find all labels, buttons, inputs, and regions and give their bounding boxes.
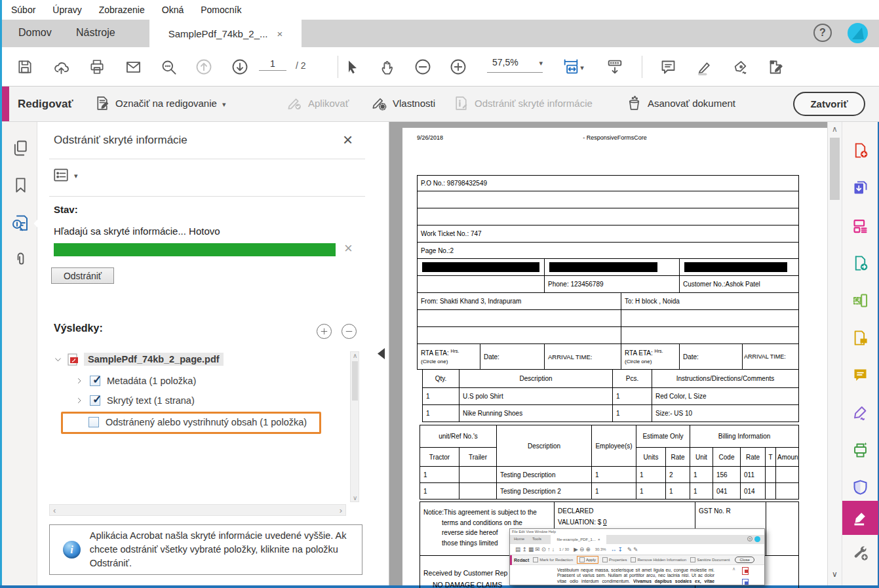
cancel-search-icon[interactable] — [344, 240, 353, 257]
protect-button[interactable] — [851, 479, 869, 496]
document-scrollbar[interactable] — [827, 122, 842, 585]
collapse-all-button[interactable] — [342, 324, 357, 339]
metadata-checkbox[interactable] — [90, 376, 100, 386]
create-pdf-button[interactable] — [851, 142, 869, 159]
hidden-text-checkbox[interactable] — [90, 395, 100, 406]
hidden-info-panel-button[interactable] — [10, 213, 30, 235]
previous-view-button[interactable] — [191, 54, 216, 79]
remove-button[interactable]: Odstrániť — [51, 267, 114, 284]
fill-and-sign-button[interactable] — [851, 404, 869, 421]
bookmarks-button[interactable] — [12, 176, 29, 197]
search-button[interactable] — [156, 54, 181, 79]
tab-tools[interactable]: Nástroje — [76, 27, 115, 39]
properties-label: Vlastnosti — [393, 98, 435, 109]
menu-subor[interactable]: Súbor — [11, 5, 35, 15]
hand-tool-button[interactable] — [374, 54, 399, 79]
redaction-bar — [549, 262, 657, 272]
save-button[interactable] — [12, 54, 37, 79]
scan-ocr-button[interactable] — [851, 441, 869, 459]
comment-bubble-icon — [851, 366, 869, 384]
view-options-dropdown[interactable] — [52, 167, 78, 184]
panel-close-icon[interactable] — [343, 130, 353, 150]
doc-arrival-cell: ARRIVAL TIME: — [545, 344, 621, 370]
tab-document[interactable]: SamplePdf_74kb_2_... — [149, 20, 302, 47]
doc-item-instr: Size:- US 10 — [652, 405, 799, 422]
scroll-right-icon[interactable] — [340, 505, 342, 515]
circle-arrow-down-icon — [231, 58, 249, 76]
attachments-button[interactable] — [12, 250, 29, 271]
comment-tool-button[interactable] — [655, 54, 680, 79]
tab-home[interactable]: Domov — [18, 27, 52, 39]
menu-upravy[interactable]: Úpravy — [52, 5, 81, 15]
doc-empty-cell — [418, 208, 799, 225]
pen-nib-icon — [732, 58, 749, 76]
remove-hidden-info-button[interactable]: Odstrániť skryté informácie — [453, 95, 593, 111]
more-tools-button[interactable] — [851, 544, 869, 562]
page-number-input[interactable]: 1 — [259, 58, 286, 71]
doc-scroll-down-icon[interactable] — [832, 570, 838, 579]
comment-icon — [659, 58, 677, 76]
email-button[interactable] — [121, 54, 146, 79]
tab-close-icon[interactable] — [277, 28, 283, 39]
page-count-label: / 2 — [296, 60, 306, 71]
zoom-level-dropdown[interactable]: 57,5% — [487, 56, 543, 73]
tree-scrollbar[interactable] — [350, 351, 359, 502]
doc-scrollbar-thumb[interactable] — [830, 138, 840, 200]
menu-zobrazenie[interactable]: Zobrazenie — [99, 5, 145, 15]
avatar[interactable] — [848, 23, 868, 43]
send-for-review-button[interactable] — [851, 254, 869, 272]
share-button[interactable] — [49, 54, 73, 79]
menu-okna[interactable]: Okná — [162, 5, 184, 15]
doc-scroll-up-icon[interactable] — [832, 125, 838, 134]
chevron-right-icon[interactable] — [75, 397, 83, 404]
zoom-in-button[interactable] — [446, 54, 471, 79]
toolbar-collapse-button[interactable] — [602, 54, 627, 79]
page-thumbnails-button[interactable] — [11, 139, 29, 160]
doc-bill-header: Tractor — [420, 448, 459, 467]
fill-sign-tool-button[interactable] — [763, 54, 788, 79]
select-tool-button[interactable] — [340, 54, 364, 79]
tree-item-metadata[interactable]: Metadáta (1 položka) — [75, 376, 196, 386]
chevron-right-icon[interactable] — [75, 377, 83, 385]
close-redact-button[interactable]: Zatvoriť — [793, 92, 865, 116]
scroll-left-icon[interactable] — [53, 505, 56, 515]
scroll-down-icon[interactable] — [353, 494, 357, 501]
mark-for-redaction-button[interactable]: Označiť na redigovanie — [94, 95, 225, 111]
horizontal-scrollbar[interactable] — [49, 504, 346, 516]
export-pdf-button[interactable] — [851, 180, 869, 197]
expand-all-button[interactable] — [317, 324, 332, 339]
mark-redaction-caret-icon — [222, 98, 226, 109]
tree-item-hidden-text[interactable]: Skrytý text (1 strana) — [75, 395, 195, 406]
doc-bill-cell: 1 — [636, 467, 666, 483]
fit-width-button[interactable] — [558, 54, 588, 79]
doc-empty-cell — [621, 310, 799, 327]
scrollbar-thumb[interactable] — [352, 361, 358, 401]
tree-file-name: SamplePdf_74kb_2_page.pdf — [84, 353, 224, 366]
print-button[interactable] — [85, 54, 109, 79]
apply-button[interactable]: Aplikovať — [286, 95, 349, 111]
next-view-button[interactable] — [227, 54, 252, 79]
highlight-tool-button[interactable] — [692, 54, 716, 79]
apply-icon — [286, 95, 303, 111]
tree-file-row[interactable]: SamplePdf_74kb_2_page.pdf — [54, 353, 224, 366]
zoom-out-button[interactable] — [410, 54, 435, 79]
deleted-content-checkbox[interactable] — [88, 417, 99, 427]
doc-bill-cell: 1 — [592, 467, 636, 483]
sign-tool-button[interactable] — [728, 54, 752, 79]
paperclip-icon — [12, 250, 29, 268]
edit-pdf-button[interactable] — [851, 217, 869, 235]
help-icon[interactable]: ? — [813, 24, 832, 42]
properties-button[interactable]: Vlastnosti — [371, 95, 435, 111]
redact-tool-active[interactable] — [842, 501, 878, 535]
scroll-up-icon[interactable] — [353, 352, 357, 359]
sanitize-document-button[interactable]: Asanovať dokument — [626, 95, 735, 111]
panel-collapse-icon[interactable] — [378, 348, 385, 359]
doc-bill-cell: Testing Description — [497, 467, 592, 483]
mini-tab-bar: Home Tools file-example_PDF_1... ? — [510, 535, 764, 544]
request-signatures-button[interactable] — [851, 329, 869, 347]
chevron-down-icon[interactable] — [54, 355, 62, 364]
organize-pages-button[interactable] — [851, 292, 869, 309]
menu-pomocnik[interactable]: Pomocník — [201, 5, 241, 15]
tree-item-deleted-content[interactable]: Odstránený alebo vystrihnutý obsah (1 po… — [88, 417, 307, 427]
comment-button[interactable] — [851, 366, 869, 384]
